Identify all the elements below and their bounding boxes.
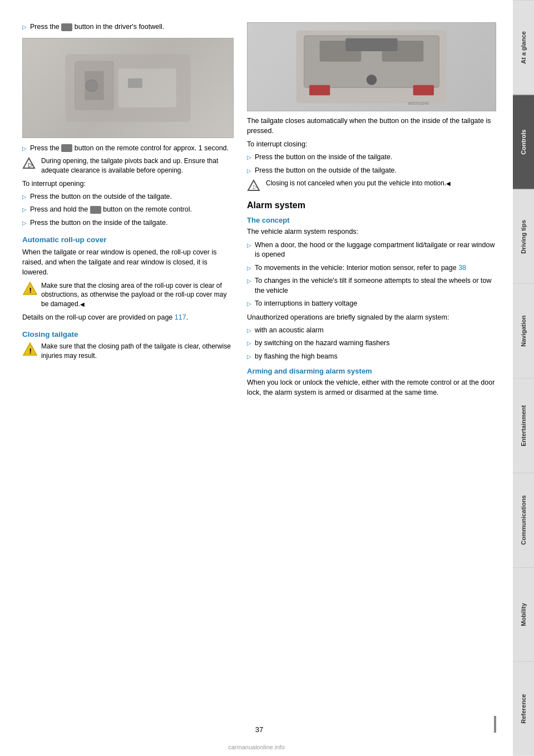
left-door-image: [22, 38, 234, 138]
tailgate-svg: WDC013240: [294, 28, 449, 106]
arrow-icon-6: ▷: [247, 154, 251, 161]
svg-point-3: [86, 80, 98, 91]
closing-note-box: ▷ Closing is not canceled when you put t…: [247, 179, 496, 192]
bullet-text-footwell: Press the button in the driver's footwel…: [30, 22, 164, 32]
sidebar-tab-reference[interactable]: Reference: [513, 661, 534, 756]
caution-rollup-text: Make sure that the closing area of the r…: [41, 281, 234, 309]
sidebar-tab-entertainment[interactable]: Entertainment: [513, 378, 534, 473]
left-column: ▷ Press the button in the driver's footw…: [22, 22, 234, 698]
svg-rect-16: [345, 38, 397, 51]
svg-text:▷: ▷: [253, 184, 258, 190]
arrow-icon-8: ▷: [247, 242, 251, 249]
alarm-bullet-4: ▷ To interruptions in battery voltage: [247, 299, 496, 309]
arrow-icon-4: ▷: [22, 206, 27, 214]
bullet-press-footwell: ▷ Press the button in the driver's footw…: [22, 22, 234, 32]
sidebar-tabs: At a glance Controls Driving tips Naviga…: [513, 0, 534, 756]
sidebar-tab-communications[interactable]: Communications: [513, 473, 534, 567]
arming-disarming-para: When you lock or unlock the vehicle, eit…: [247, 377, 496, 397]
arrow-icon-2: ▷: [22, 145, 27, 153]
interrupt-close-text-1: Press the button on the inside of the ta…: [255, 153, 392, 163]
alarm-bullet-text-4: To interruptions in battery voltage: [255, 299, 357, 309]
interrupt-bullet-text-2: Press and hold the button on the remote …: [30, 205, 192, 215]
caution-closing-text: Make sure that the closing path of the t…: [41, 342, 234, 361]
page-ref-117: 117: [175, 313, 186, 321]
watermark: carmanualonline.info: [0, 744, 513, 750]
caution-icon-rollup: !: [22, 281, 38, 297]
rollup-details: Details on the roll-up cover are provide…: [22, 312, 234, 322]
caution-icon-closing: !: [22, 342, 38, 358]
info-icon: ▷: [22, 157, 38, 169]
bullet-text-remote: Press the button on the remote control f…: [30, 144, 229, 154]
interrupt-bullet-text-1: Press the button on the outside of the t…: [30, 192, 172, 202]
svg-rect-18: [309, 85, 330, 96]
unauth-bullet-text-2: by switching on the hazard warning flash…: [255, 338, 390, 348]
arrow-icon-13: ▷: [247, 340, 251, 347]
caution-rollup: ! Make sure that the closing area of the…: [22, 281, 234, 309]
tailgate-closes-note: The tailgate closes automatically when t…: [247, 116, 496, 136]
sidebar-tab-driving-tips[interactable]: Driving tips: [513, 189, 534, 284]
interrupt-bullet-3: ▷ Press the button on the inside of the …: [22, 218, 234, 228]
alarm-bullet-text-1: When a door, the hood or the luggage com…: [255, 240, 496, 260]
right-column: WDC013240 The tailgate closes automatica…: [247, 22, 496, 698]
svg-rect-5: [128, 78, 142, 87]
unauth-bullet-text-3: by flashing the high beams: [255, 352, 338, 362]
page-ref-38: 38: [458, 264, 466, 272]
note-opening-text: During opening, the tailgate pivots back…: [41, 156, 234, 175]
interrupt-closing-heading: To interrupt closing:: [247, 139, 496, 149]
arrow-icon-10: ▷: [247, 277, 251, 285]
alarm-bullet-1: ▷ When a door, the hood or the luggage c…: [247, 240, 496, 260]
bullet-press-remote: ▷ Press the button on the remote control…: [22, 144, 234, 154]
automatic-rollup-para: When the tailgate or rear window is open…: [22, 247, 234, 277]
page-number: 37: [255, 725, 263, 734]
closing-note-text: Closing is not canceled when you put the…: [266, 179, 451, 188]
svg-point-17: [367, 75, 377, 85]
sidebar-tab-mobility[interactable]: Mobility: [513, 567, 534, 662]
interrupt-close-bullet-2: ▷ Press the button on the outside of the…: [247, 166, 496, 176]
info-icon-2: ▷: [247, 179, 263, 192]
closing-tailgate-heading: Closing tailgate: [22, 330, 234, 338]
unauthorized-intro: Unauthorized operations are briefly sign…: [247, 312, 496, 322]
page-container: ▷ Press the button in the driver's footw…: [0, 0, 534, 756]
arrow-icon-14: ▷: [247, 353, 251, 361]
interrupt-bullet-2: ▷ Press and hold the button on the remot…: [22, 205, 234, 215]
sidebar-tab-navigation[interactable]: Navigation: [513, 283, 534, 378]
automatic-rollup-heading: Automatic roll-up cover: [22, 235, 234, 244]
caution-closing: ! Make sure that the closing path of the…: [22, 342, 234, 361]
svg-text:!: !: [29, 286, 32, 294]
arrow-icon-12: ▷: [247, 327, 251, 335]
alarm-system-heading: Alarm system: [247, 200, 496, 210]
arrow-icon-7: ▷: [247, 167, 251, 175]
page-num-line: [494, 716, 496, 733]
arrow-icon-3: ▷: [22, 193, 27, 201]
tailgate-image: WDC013240: [247, 22, 496, 111]
alarm-bullet-text-3: To changes in the vehicle's tilt if some…: [255, 276, 496, 296]
interrupt-bullet-1: ▷ Press the button on the outside of the…: [22, 192, 234, 202]
alarm-bullet-3: ▷ To changes in the vehicle's tilt if so…: [247, 276, 496, 296]
unauth-bullet-2: ▷ by switching on the hazard warning fla…: [247, 338, 496, 348]
two-column-layout: ▷ Press the button in the driver's footw…: [22, 22, 496, 698]
sidebar-tab-at-a-glance[interactable]: At a glance: [513, 0, 534, 95]
main-content: ▷ Press the button in the driver's footw…: [0, 0, 513, 756]
arrow-icon-9: ▷: [247, 264, 251, 272]
alarm-bullet-text-2: To movements in the vehicle: Interior mo…: [255, 263, 466, 273]
arrow-icon-1: ▷: [22, 23, 27, 31]
arrow-icon-11: ▷: [247, 300, 251, 308]
note-opening: ▷ During opening, the tailgate pivots ba…: [22, 156, 234, 175]
unauth-bullet-3: ▷ by flashing the high beams: [247, 352, 496, 362]
interrupt-opening-heading: To interrupt opening:: [22, 179, 234, 189]
sidebar-tab-controls[interactable]: Controls: [513, 95, 534, 189]
arming-disarming-heading: Arming and disarming alarm system: [247, 367, 496, 375]
unauth-bullet-text-1: with an acoustic alarm: [255, 326, 324, 336]
svg-rect-4: [118, 68, 176, 107]
svg-rect-19: [413, 85, 434, 96]
svg-text:WDC013240: WDC013240: [408, 101, 429, 105]
alarm-concept-intro: The vehicle alarm system responds:: [247, 227, 496, 237]
interrupt-close-text-2: Press the button on the outside of the t…: [255, 166, 397, 176]
unauth-bullet-1: ▷ with an acoustic alarm: [247, 326, 496, 336]
page-number-bar: 37: [22, 714, 496, 734]
interrupt-bullet-text-3: Press the button on the inside of the ta…: [30, 218, 167, 228]
arrow-icon-5: ▷: [22, 219, 27, 227]
alarm-bullet-2: ▷ To movements in the vehicle: Interior …: [247, 263, 496, 273]
interrupt-close-bullet-1: ▷ Press the button on the inside of the …: [247, 153, 496, 163]
door-svg: [56, 49, 200, 127]
